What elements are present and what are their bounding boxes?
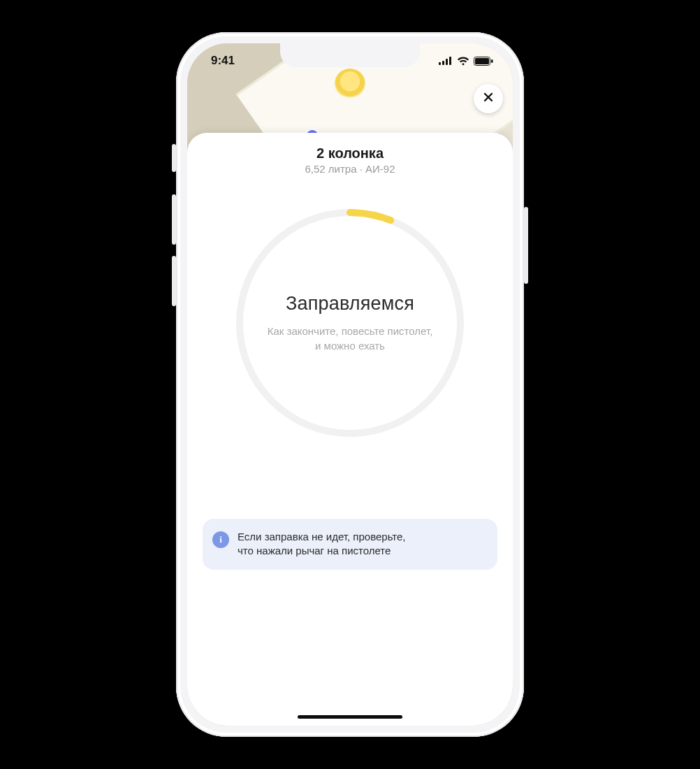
progress-ring: Заправляемся Как закончите, повесьте пис…	[231, 204, 469, 442]
info-icon: i	[212, 531, 229, 548]
sheet-title: 2 колонка	[316, 145, 384, 161]
svg-rect-5	[475, 58, 489, 64]
tip-text: Если заправка не идет, проверьте, что на…	[238, 530, 406, 559]
battery-icon	[474, 57, 493, 66]
phone-frame: P 9:41	[176, 32, 524, 737]
side-button-volume-up	[172, 194, 176, 245]
close-button[interactable]	[474, 84, 503, 113]
status-time: 9:41	[211, 54, 235, 68]
close-icon	[483, 92, 494, 106]
sheet-subtitle: 6,52 литра · АИ-92	[305, 163, 395, 175]
side-button-volume-down	[172, 256, 176, 306]
tip-banner: i Если заправка не идет, проверьте, что …	[203, 519, 497, 570]
status-right	[439, 57, 493, 66]
cellular-icon	[439, 57, 453, 65]
side-button-power	[524, 207, 528, 284]
svg-rect-1	[442, 61, 444, 65]
side-button-silent	[172, 144, 176, 172]
svg-rect-6	[491, 59, 493, 63]
screen: P 9:41	[187, 43, 513, 726]
home-indicator[interactable]	[298, 715, 402, 719]
progress-title: Заправляемся	[286, 293, 414, 315]
svg-rect-3	[449, 57, 451, 65]
progress-description: Как закончите, повесьте пистолет, и можн…	[268, 324, 433, 353]
wifi-icon	[457, 57, 469, 66]
bottom-sheet: 2 колонка 6,52 литра · АИ-92 Заправляемс…	[187, 133, 513, 726]
svg-rect-0	[439, 62, 441, 65]
notch	[280, 43, 420, 67]
svg-rect-2	[446, 59, 448, 65]
